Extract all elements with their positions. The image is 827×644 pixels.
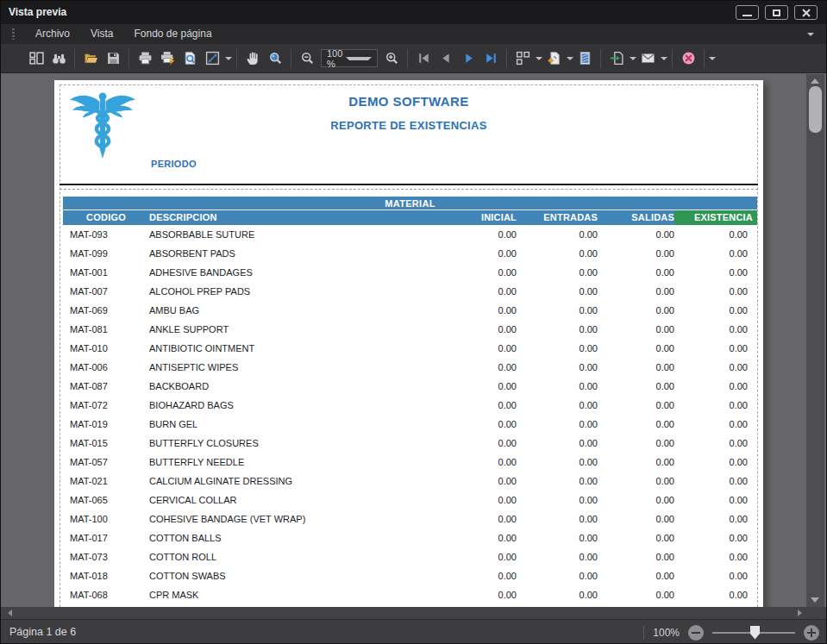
cell-descripcion: CERVICAL COLLAR: [149, 491, 434, 510]
export-dropdown[interactable]: [605, 47, 636, 70]
scroll-right-icon[interactable]: [798, 610, 802, 616]
printer-icon: [138, 51, 153, 66]
menu-vista[interactable]: Vista: [80, 24, 123, 44]
cell-codigo: MAT-065: [63, 491, 149, 510]
toolbar-separator: [672, 49, 673, 68]
window-title: Vista previa: [9, 6, 66, 18]
zoom-in-button[interactable]: [380, 47, 403, 70]
zoom-slider[interactable]: [712, 625, 795, 641]
menubar-grip[interactable]: [12, 28, 15, 40]
page-setup-button[interactable]: [179, 47, 201, 70]
cell-descripcion: BUTTERFLY CLOSURES: [149, 434, 434, 453]
cell-salidas: 0.00: [598, 396, 674, 415]
zoom-slider-thumb[interactable]: [750, 626, 760, 640]
find-button[interactable]: [47, 47, 70, 70]
margin-guide: [757, 84, 758, 607]
vertical-scroll-thumb[interactable]: [809, 86, 822, 133]
col-header-inicial: INICIAL: [434, 210, 517, 225]
cell-existencia: 0.00: [674, 453, 757, 472]
cell-salidas: 0.00: [598, 528, 674, 547]
table-row: MAT-100 COHESIVE BANDAGE (VET WRAP) 0.00…: [63, 510, 757, 528]
print-button[interactable]: [134, 47, 156, 70]
cell-descripcion: ANTIBIOTIC OINTMENT: [149, 339, 434, 358]
cell-existencia: 0.00: [674, 547, 757, 566]
send-email-dropdown[interactable]: [636, 47, 667, 70]
cell-salidas: 0.00: [598, 263, 674, 282]
table-row: MAT-006 ANTISEPTIC WIPES 0.00 0.00 0.00 …: [63, 358, 757, 377]
menu-fondo-de-pagina[interactable]: Fondo de página: [123, 24, 222, 44]
last-page-button[interactable]: [479, 47, 502, 70]
table-row: MAT-001 ADHESIVE BANDAGES 0.00 0.00 0.00…: [63, 263, 757, 282]
quick-print-button[interactable]: [156, 47, 179, 70]
close-button[interactable]: [794, 5, 818, 20]
first-page-icon: [417, 51, 431, 66]
cell-entradas: 0.00: [517, 282, 598, 301]
save-button[interactable]: [102, 47, 124, 70]
col-header-entradas: ENTRADAS: [517, 210, 598, 225]
zoom-combo[interactable]: 100 %: [321, 49, 378, 67]
scale-dropdown[interactable]: [201, 47, 232, 70]
cell-entradas: 0.00: [517, 491, 598, 510]
scale-icon: [205, 51, 220, 66]
horizontal-scrollbar[interactable]: [1, 607, 826, 619]
titlebar: Vista previa: [1, 1, 826, 24]
table-row: MAT-087 BACKBOARD 0.00 0.00 0.00 0.00: [63, 377, 757, 396]
close-preview-button[interactable]: [677, 47, 699, 70]
header-separator-line: [60, 184, 758, 185]
zoom-in-circle-button[interactable]: [804, 625, 819, 641]
cell-salidas: 0.00: [598, 547, 674, 566]
statusbar-separator: [643, 626, 644, 640]
cell-existencia: 0.00: [674, 282, 757, 301]
cell-inicial: 0.00: [434, 339, 517, 358]
zoom-out-button[interactable]: [296, 47, 318, 70]
minus-icon: [692, 632, 700, 634]
cell-inicial: 0.00: [434, 491, 517, 510]
scroll-up-icon[interactable]: [811, 78, 819, 84]
scroll-left-icon[interactable]: [8, 610, 12, 616]
cell-codigo: MAT-081: [63, 320, 149, 339]
cell-inicial: 0.00: [434, 282, 517, 301]
cell-codigo: MAT-018: [63, 566, 149, 585]
cell-existencia: 0.00: [674, 339, 757, 358]
cell-entradas: 0.00: [517, 225, 598, 244]
report-table: MATERIAL CODIGO DESCRIPCION INICIAL ENTR…: [63, 197, 757, 604]
cell-entradas: 0.00: [517, 263, 598, 282]
cell-inicial: 0.00: [434, 244, 517, 263]
table-row: MAT-007 ALCOHOL PREP PADS 0.00 0.00 0.00…: [63, 282, 757, 301]
cell-inicial: 0.00: [434, 225, 517, 244]
zoom-tool-button[interactable]: [264, 47, 286, 70]
cell-inicial: 0.00: [434, 301, 517, 320]
next-page-button[interactable]: [457, 47, 479, 70]
menubar-overflow-caret[interactable]: [807, 33, 814, 36]
table-row: MAT-010 ANTIBIOTIC OINTMENT 0.00 0.00 0.…: [63, 339, 757, 358]
maximize-button[interactable]: [765, 5, 788, 20]
cell-existencia: 0.00: [674, 396, 757, 415]
cell-descripcion: COHESIVE BANDAGE (VET WRAP): [149, 510, 434, 528]
first-page-button[interactable]: [412, 47, 435, 70]
cell-existencia: 0.00: [674, 320, 757, 339]
cell-descripcion: ABSORBENT PADS: [149, 244, 434, 263]
page-settings-dropdown[interactable]: [542, 47, 573, 70]
cell-inicial: 0.00: [434, 377, 517, 396]
hand-tool-button[interactable]: [241, 47, 264, 70]
multipage-view-dropdown[interactable]: [511, 47, 542, 70]
cell-entradas: 0.00: [517, 358, 598, 377]
document-area: DEMO SOFTWARE REPORTE DE EXISTENCIAS PER…: [1, 74, 826, 607]
open-button[interactable]: [79, 47, 102, 70]
previous-page-button[interactable]: [435, 47, 457, 70]
watermark-button[interactable]: [573, 47, 596, 70]
report-page: DEMO SOFTWARE REPORTE DE EXISTENCIAS PER…: [54, 80, 763, 607]
cell-inicial: 0.00: [434, 510, 517, 528]
cell-existencia: 0.00: [674, 528, 757, 547]
vertical-scrollbar[interactable]: [806, 74, 824, 607]
zoom-out-circle-button[interactable]: [688, 625, 704, 641]
minimize-button[interactable]: [736, 5, 759, 20]
scroll-down-icon[interactable]: [811, 597, 819, 603]
cell-codigo: MAT-006: [63, 358, 149, 377]
document-map-button[interactable]: [25, 47, 47, 70]
cell-entradas: 0.00: [517, 585, 598, 604]
menu-archivo[interactable]: Archivo: [25, 24, 80, 44]
cell-existencia: 0.00: [674, 566, 757, 585]
toolbar-overflow-caret[interactable]: [709, 57, 716, 60]
table-row: MAT-019 BURN GEL 0.00 0.00 0.00 0.00: [63, 415, 757, 434]
